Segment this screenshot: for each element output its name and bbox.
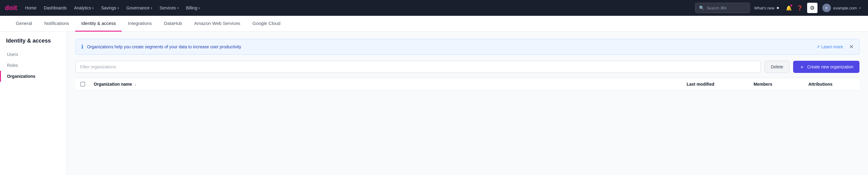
- sort-icon: ↓: [134, 82, 136, 86]
- gear-icon: ⚙: [810, 5, 815, 11]
- main-content: ℹ Organizations help you create segments…: [67, 32, 868, 175]
- nav-billing[interactable]: Billing ▾: [183, 4, 203, 12]
- help-icon: ❓: [797, 5, 803, 11]
- nav-governance[interactable]: Governance ▾: [123, 4, 155, 12]
- chevron-down-icon: ▾: [177, 6, 179, 10]
- search-icon: 🔍: [699, 5, 704, 10]
- sidebar-item-users[interactable]: Users: [0, 49, 67, 60]
- logo-prefix: do: [5, 4, 13, 11]
- select-all-checkbox[interactable]: [80, 82, 85, 86]
- info-icon: ℹ: [81, 43, 83, 50]
- nav-analytics[interactable]: Analytics ▾: [71, 4, 97, 12]
- nav-home[interactable]: Home: [22, 4, 39, 12]
- sub-navigation: General Notifications Identity & access …: [0, 16, 868, 32]
- help-button[interactable]: ❓: [795, 3, 805, 13]
- close-banner-button[interactable]: ✕: [849, 44, 854, 49]
- learn-more-link[interactable]: ↗ Learn more: [816, 44, 843, 49]
- settings-button[interactable]: ⚙: [807, 3, 817, 13]
- tab-aws[interactable]: Amazon Web Services: [188, 16, 246, 32]
- chevron-down-icon: ▾: [198, 6, 200, 10]
- user-menu[interactable]: e example.com ▾: [820, 2, 863, 13]
- nav-services[interactable]: Services ▾: [156, 4, 182, 12]
- search-box[interactable]: 🔍 Search ⌘K: [695, 3, 750, 13]
- table-header: Organization name ↓ Last modified Member…: [75, 78, 860, 91]
- tab-identity-access[interactable]: Identity & access: [75, 16, 122, 32]
- avatar-initial: e: [826, 6, 828, 10]
- tab-google-cloud[interactable]: Google Cloud: [247, 16, 287, 32]
- column-attributions: Attributions: [805, 82, 860, 86]
- sidebar-item-organizations[interactable]: Organizations: [0, 71, 67, 82]
- chevron-down-icon: ▾: [151, 6, 152, 10]
- delete-button[interactable]: Delete: [765, 61, 789, 73]
- filter-row: Delete ＋ Create new organization: [75, 61, 860, 73]
- tab-datahub[interactable]: DataHub: [158, 16, 188, 32]
- logo-highlight: it: [13, 4, 17, 11]
- info-banner: ℹ Organizations help you create segments…: [75, 39, 860, 55]
- top-navigation: doit Home Dashboards Analytics ▾ Savings…: [0, 0, 868, 16]
- chevron-down-icon: ▾: [859, 6, 861, 10]
- sidebar-title: Identity & access: [0, 38, 67, 49]
- page-layout: Identity & access Users Roles Organizati…: [0, 32, 868, 175]
- nav-dashboards[interactable]: Dashboards: [41, 4, 70, 12]
- column-members: Members: [750, 82, 805, 86]
- whats-new-button[interactable]: What's new ✦: [751, 3, 783, 13]
- create-organization-button[interactable]: ＋ Create new organization: [793, 61, 860, 73]
- avatar: e: [823, 4, 831, 12]
- tab-notifications[interactable]: Notifications: [38, 16, 75, 32]
- filter-organizations-input[interactable]: [75, 61, 761, 73]
- sparkle-icon: ✦: [776, 5, 780, 11]
- sidebar: Identity & access Users Roles Organizati…: [0, 32, 67, 175]
- tab-general[interactable]: General: [10, 16, 38, 32]
- sidebar-item-roles[interactable]: Roles: [0, 60, 67, 71]
- chevron-down-icon: ▾: [118, 6, 119, 10]
- external-link-icon: ↗: [816, 44, 820, 49]
- nav-savings[interactable]: Savings ▾: [98, 4, 122, 12]
- select-all-cell[interactable]: [75, 82, 90, 86]
- logo[interactable]: doit: [5, 4, 17, 12]
- chevron-down-icon: ▾: [92, 6, 94, 10]
- column-org-name[interactable]: Organization name ↓: [90, 82, 683, 86]
- notifications-button[interactable]: 🔔: [784, 3, 794, 13]
- column-last-modified: Last modified: [683, 82, 750, 86]
- notification-dot: [790, 4, 793, 7]
- tab-integrations[interactable]: Integrations: [122, 16, 158, 32]
- plus-icon: ＋: [799, 63, 805, 70]
